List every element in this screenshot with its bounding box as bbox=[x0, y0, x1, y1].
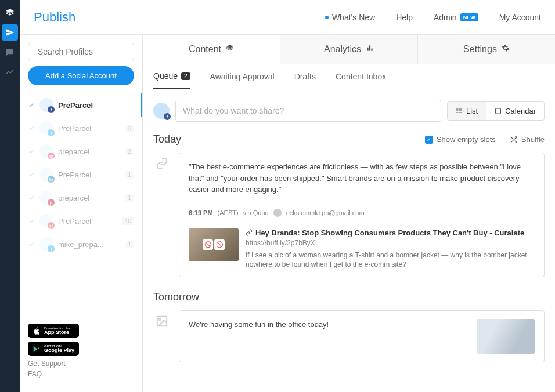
post-image-thumb bbox=[477, 319, 535, 354]
tab-analytics[interactable]: Analytics bbox=[280, 35, 417, 64]
section-title: Today bbox=[153, 133, 181, 146]
svg-rect-10 bbox=[496, 108, 501, 114]
avatar: t bbox=[39, 237, 53, 251]
store-big: App Store bbox=[44, 330, 70, 335]
checkbox-icon: ✓ bbox=[425, 136, 433, 144]
post-text: "The best e-commerce experiences are fri… bbox=[179, 153, 544, 204]
composer-input[interactable]: What do you want to share? bbox=[175, 100, 441, 122]
apple-icon bbox=[33, 327, 41, 335]
subtab-label: Queue bbox=[153, 71, 178, 81]
add-social-account-button[interactable]: Add a Social Account bbox=[28, 66, 134, 85]
twitter-icon: t bbox=[48, 129, 55, 136]
section-head-today: Today ✓ Show empty slots Shuffle bbox=[153, 133, 545, 146]
queue-count-badge: 2 bbox=[181, 72, 190, 80]
search-profiles[interactable] bbox=[28, 43, 134, 60]
svg-rect-3 bbox=[371, 49, 372, 51]
nav-my-account[interactable]: My Account bbox=[499, 13, 541, 22]
nav-whats-new[interactable]: What's New bbox=[325, 13, 375, 22]
calendar-view-button[interactable]: Calendar bbox=[486, 102, 544, 120]
post-tz: (AEST) bbox=[218, 209, 239, 216]
nav-admin[interactable]: Admin NEW bbox=[434, 13, 478, 22]
view-label: List bbox=[466, 107, 478, 115]
app-store-button[interactable]: Download on theApp Store bbox=[28, 324, 79, 338]
post-body: We're having some fun in the office toda… bbox=[179, 311, 544, 362]
svg-rect-4 bbox=[457, 108, 458, 110]
topbar: Publish What's New Help Admin NEW My Acc… bbox=[20, 0, 555, 35]
nav-label: What's New bbox=[332, 13, 375, 22]
rail-buffer-icon[interactable] bbox=[2, 5, 18, 21]
tab-content[interactable]: Content bbox=[143, 35, 280, 64]
composer-row: f What do you want to share? List Calend… bbox=[153, 100, 545, 122]
profile-item[interactable]: p preparcel 1 bbox=[20, 186, 142, 209]
shuffle-label: Shuffle bbox=[521, 135, 545, 144]
show-empty-slots-toggle[interactable]: ✓ Show empty slots bbox=[425, 135, 496, 144]
bar-chart-icon bbox=[366, 44, 374, 55]
sidebar: Add a Social Account f PreParcel t PrePa… bbox=[20, 35, 143, 392]
list-view-button[interactable]: List bbox=[448, 102, 486, 120]
googleplus-icon: g+ bbox=[48, 222, 55, 229]
profile-item[interactable]: in PreParcel 1 bbox=[20, 163, 142, 186]
profile-item[interactable]: g+ PreParcel 10 bbox=[20, 209, 142, 233]
profile-name: PreParcel bbox=[58, 101, 134, 110]
subtab-awaiting-approval[interactable]: Awaiting Approval bbox=[210, 71, 275, 89]
post-link-preview: 🚫🚫 Hey Brands: Stop Showing Consumers Pr… bbox=[179, 222, 544, 277]
svg-rect-2 bbox=[369, 45, 370, 50]
facebook-icon: f bbox=[164, 113, 171, 120]
profile-item[interactable]: ig preparcel 2 bbox=[20, 140, 142, 163]
profile-count: 3 bbox=[125, 125, 134, 132]
linkedin-icon: in bbox=[48, 176, 55, 183]
google-play-button[interactable]: GET IT ONGoogle Play bbox=[28, 342, 79, 356]
store-big: Google Play bbox=[44, 348, 74, 353]
post-card[interactable]: We're having some fun in the office toda… bbox=[179, 310, 545, 362]
rail-analyze-icon[interactable] bbox=[2, 64, 18, 80]
tab-label: Settings bbox=[463, 44, 497, 55]
profile-count: 2 bbox=[125, 148, 134, 155]
content-area: Content Analytics Settings Queue bbox=[143, 35, 555, 392]
profile-name: PreParcel bbox=[58, 170, 120, 179]
search-input[interactable] bbox=[38, 47, 139, 56]
check-icon bbox=[28, 171, 35, 178]
app-rail bbox=[0, 0, 20, 392]
facebook-icon: f bbox=[48, 106, 55, 113]
subtab-queue[interactable]: Queue 2 bbox=[153, 71, 190, 89]
post-card[interactable]: "The best e-commerce experiences are fri… bbox=[179, 153, 545, 277]
svg-rect-6 bbox=[457, 110, 458, 111]
post-time: 6:19 PM bbox=[189, 209, 213, 216]
subtab-content-inbox[interactable]: Content Inbox bbox=[336, 71, 386, 89]
list-icon bbox=[456, 107, 463, 114]
avatar: f bbox=[39, 98, 53, 112]
subtab-drafts[interactable]: Drafts bbox=[294, 71, 316, 89]
shuffle-button[interactable]: Shuffle bbox=[510, 135, 545, 144]
profile-item[interactable]: t mike_prepa... 1 bbox=[20, 233, 142, 256]
instagram-icon: ig bbox=[48, 153, 55, 159]
post-meta: 6:19 PM (AEST) via Quuu ecksteinmk+pp@gm… bbox=[179, 204, 544, 222]
rail-publish-icon[interactable] bbox=[2, 24, 18, 41]
profile-item[interactable]: t PreParcel 3 bbox=[20, 117, 142, 140]
check-icon bbox=[28, 101, 35, 108]
brand-title: Publish bbox=[34, 10, 75, 25]
check-icon bbox=[28, 194, 35, 201]
tab-settings[interactable]: Settings bbox=[417, 35, 555, 64]
svg-rect-5 bbox=[459, 109, 462, 110]
svg-point-12 bbox=[159, 318, 161, 321]
svg-rect-7 bbox=[459, 111, 462, 111]
nav-help[interactable]: Help bbox=[396, 13, 413, 22]
check-icon bbox=[28, 241, 35, 248]
profile-count: 1 bbox=[125, 194, 134, 202]
get-support-link[interactable]: Get Support bbox=[28, 360, 134, 368]
secondary-tabs: Queue 2 Awaiting Approval Drafts Content… bbox=[143, 64, 555, 89]
svg-rect-9 bbox=[459, 112, 462, 113]
profile-item[interactable]: f PreParcel bbox=[20, 93, 142, 117]
avatar: ig bbox=[39, 144, 53, 158]
post-text: We're having some fun in the office toda… bbox=[189, 319, 467, 331]
profile-count: 10 bbox=[122, 217, 134, 225]
rail-reply-icon[interactable] bbox=[2, 44, 18, 60]
composer-avatar: f bbox=[153, 103, 170, 119]
link-icon bbox=[153, 155, 171, 172]
section-head-tomorrow: Tomorrow bbox=[153, 291, 545, 303]
profile-name: preparcel bbox=[58, 147, 120, 156]
profile-name: PreParcel bbox=[58, 124, 120, 133]
primary-tabs: Content Analytics Settings bbox=[143, 35, 555, 64]
profile-name: PreParcel bbox=[58, 217, 117, 226]
faq-link[interactable]: FAQ bbox=[28, 370, 134, 378]
